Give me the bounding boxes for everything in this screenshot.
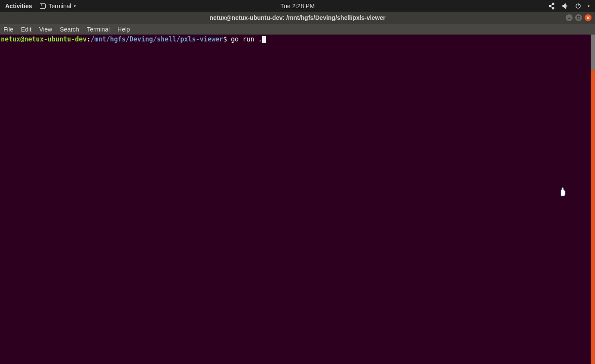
prompt-separator: : (87, 35, 91, 43)
svg-rect-0 (549, 5, 551, 7)
prompt-dollar: $ (223, 35, 227, 43)
menu-view[interactable]: View (39, 26, 52, 33)
volume-icon[interactable] (562, 3, 569, 9)
app-menu-button[interactable]: Terminal ▾ (40, 3, 76, 9)
prompt-line: netux@netux-ubuntu-dev:/mnt/hgfs/Deving/… (1, 35, 591, 44)
svg-rect-2 (552, 7, 554, 9)
scrollbar-trough-upper (591, 35, 595, 70)
terminal-content: netux@netux-ubuntu-dev:/mnt/hgfs/Deving/… (1, 35, 591, 44)
menu-help[interactable]: Help (117, 26, 130, 33)
scrollbar-track[interactable] (591, 35, 595, 364)
window-minimize-button[interactable] (566, 14, 573, 21)
cursor-icon (262, 36, 266, 43)
top-bar-left: Activities Terminal ▾ (0, 3, 76, 9)
svg-rect-1 (552, 3, 554, 5)
window-close-button[interactable] (585, 14, 592, 21)
power-icon[interactable] (575, 3, 582, 9)
clock-label[interactable]: Tue 2:28 PM (280, 3, 315, 9)
window-controls (566, 14, 592, 21)
terminal-icon (40, 3, 46, 9)
window-maximize-button[interactable] (575, 14, 582, 21)
app-menu-label: Terminal (48, 3, 71, 9)
svg-rect-8 (577, 16, 580, 19)
terminal-viewport[interactable]: netux@netux-ubuntu-dev:/mnt/hgfs/Deving/… (0, 35, 595, 364)
menu-search[interactable]: Search (60, 26, 79, 33)
network-icon[interactable] (549, 3, 556, 9)
window-titlebar: netux@netux-ubuntu-dev: /mnt/hgfs/Deving… (0, 12, 595, 24)
menu-terminal[interactable]: Terminal (87, 26, 110, 33)
prompt-user-host: netux@netux-ubuntu-dev (1, 35, 87, 43)
top-bar-right: ▾ (549, 3, 595, 9)
window-title: netux@netux-ubuntu-dev: /mnt/hgfs/Deving… (209, 14, 385, 21)
activities-button[interactable]: Activities (5, 3, 32, 9)
terminal-menubar: File Edit View Search Terminal Help (0, 24, 595, 35)
prompt-path: /mnt/hgfs/Deving/shell/pxls-viewer (91, 35, 223, 43)
command-text: go run . (227, 35, 262, 43)
system-menu-chevron-icon[interactable]: ▾ (588, 4, 590, 8)
scrollbar-thumb[interactable] (591, 70, 595, 364)
gnome-top-bar: Activities Terminal ▾ Tue 2:28 PM ▾ (0, 0, 595, 12)
menu-file[interactable]: File (3, 26, 13, 33)
chevron-down-icon: ▾ (74, 4, 76, 8)
menu-edit[interactable]: Edit (21, 26, 32, 33)
